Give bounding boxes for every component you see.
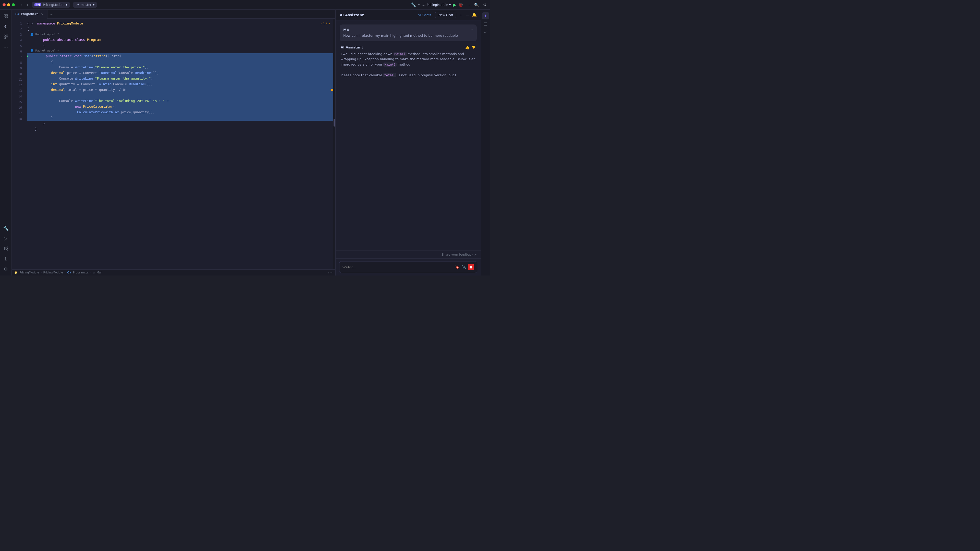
ai-panel: AI Assistant All Chats New Chat ⋯ — 🔔 Me… bbox=[335, 10, 481, 275]
side-icons: ✦ ☰ ✓ bbox=[481, 10, 490, 275]
all-chats-button[interactable]: All Chats bbox=[416, 12, 433, 18]
list-view-icon[interactable]: ☰ bbox=[482, 21, 489, 27]
breadcrumb-module[interactable]: PricingModule bbox=[43, 271, 63, 274]
code-token: ( bbox=[92, 53, 94, 59]
code-content[interactable]: ⚠ 1 ∧ ∨ { } namespace PricingModule { 👤 … bbox=[24, 19, 335, 269]
code-line-7[interactable]: Console.WriteLine("Please enter the pric… bbox=[27, 65, 335, 70]
code-token: (Console. bbox=[117, 70, 135, 76]
code-line-2[interactable]: { bbox=[27, 26, 335, 32]
code-line-12[interactable] bbox=[27, 93, 335, 98]
branch-icon: ⎇ bbox=[76, 3, 79, 6]
svg-point-5 bbox=[5, 27, 6, 28]
breadcrumb-file[interactable]: Program.cs bbox=[73, 271, 89, 274]
search-button[interactable]: 🔍 bbox=[473, 2, 480, 8]
activity-plugins[interactable] bbox=[1, 32, 11, 41]
settings-button[interactable]: ⚙ bbox=[482, 2, 487, 8]
scrollbar-track[interactable] bbox=[333, 19, 335, 269]
forward-button[interactable]: › bbox=[25, 2, 30, 8]
user-message: Me ⋯ How can I refactor my main highligh… bbox=[340, 24, 477, 41]
code-line-13[interactable]: Console.WriteLine("The total including 2… bbox=[27, 98, 335, 104]
breadcrumb-root[interactable]: PricingModule bbox=[19, 271, 39, 274]
branch-selector[interactable]: ⎇ master ▾ bbox=[73, 2, 97, 8]
tab-close-icon[interactable]: × bbox=[41, 12, 44, 16]
ai-message-body: I would suggest breaking down Main() met… bbox=[341, 52, 476, 78]
code-token: namespace bbox=[37, 21, 57, 26]
code-line-1[interactable]: { } namespace PricingModule bbox=[27, 21, 335, 26]
attach-icon-button[interactable]: 📎 bbox=[461, 265, 466, 269]
thumbs-up-button[interactable]: 👍 bbox=[465, 45, 469, 49]
code-line-17[interactable]: } bbox=[27, 121, 335, 126]
traffic-lights bbox=[3, 3, 15, 6]
bookmark-icon-button[interactable]: 🔖 bbox=[455, 265, 460, 269]
code-token: [] args) bbox=[106, 53, 122, 59]
branch-name: master bbox=[81, 3, 91, 6]
warning-badge: ⚠ 1 ∧ ∨ bbox=[321, 21, 331, 26]
feedback-link[interactable]: Share your feedback ↗ bbox=[442, 253, 477, 256]
minimize-button[interactable] bbox=[7, 3, 10, 6]
code-token: ReadLine bbox=[135, 70, 151, 76]
code-token: } bbox=[27, 121, 45, 126]
code-editor: 12345 678910 1112131415 161718 ⚠ 1 ∧ ∨ {… bbox=[12, 19, 335, 269]
thumbs-down-button[interactable]: 👎 bbox=[471, 45, 476, 49]
debug-button[interactable]: 🐞 bbox=[458, 3, 463, 7]
back-button[interactable]: ‹ bbox=[19, 2, 23, 8]
tab-label: Program.cs bbox=[21, 12, 38, 16]
editor-area: C# Program.cs × ⋯ 12345 678910 111213141… bbox=[12, 10, 335, 275]
ai-panel-title: AI Assistant bbox=[340, 13, 416, 17]
run-button[interactable]: ▶ bbox=[453, 2, 456, 8]
code-line-5[interactable]: ▶ public static void Main(string[] args) bbox=[27, 53, 335, 59]
check-icon[interactable]: ✓ bbox=[482, 29, 489, 36]
activity-run[interactable]: ▷ bbox=[1, 233, 11, 243]
project-badge[interactable]: PM PricingModule ▾ bbox=[32, 2, 70, 8]
code-line-15[interactable]: .CalculatePriceWithTax(price,quantity)); bbox=[27, 110, 335, 115]
project-label: ⎇ PricingModule ▾ bbox=[422, 3, 451, 6]
tab-bar: C# Program.cs × ⋯ bbox=[12, 10, 335, 19]
code-line-14[interactable]: new PriceCalculator() bbox=[27, 104, 335, 110]
more-options-icon[interactable]: ⋯ bbox=[458, 13, 463, 17]
code-line-6[interactable]: { bbox=[27, 59, 335, 65]
maximize-button[interactable] bbox=[12, 3, 15, 6]
code-line-18[interactable]: } bbox=[27, 126, 335, 132]
close-button[interactable] bbox=[3, 3, 6, 6]
tab-more-button[interactable]: ⋯ bbox=[48, 12, 56, 17]
svg-rect-10 bbox=[6, 35, 8, 37]
code-token: ); bbox=[145, 65, 149, 70]
ai-assistant-icon[interactable]: ✦ bbox=[482, 12, 489, 19]
chat-input[interactable] bbox=[342, 265, 453, 269]
activity-ui[interactable]: 🖼 bbox=[1, 244, 11, 253]
code-line-9[interactable]: Console.WriteLine("Please enter the quan… bbox=[27, 76, 335, 81]
code-line-16[interactable]: } bbox=[27, 115, 335, 121]
more-options-button[interactable]: ⋯ bbox=[465, 2, 471, 8]
chevron-down-icon: ▾ bbox=[449, 3, 451, 6]
send-button[interactable]: ■ bbox=[468, 264, 474, 270]
code-line-11[interactable]: decimal total = price * quantity / 0; bbox=[27, 87, 335, 93]
code-token: decimal bbox=[51, 87, 65, 93]
new-chat-button[interactable]: New Chat bbox=[435, 12, 456, 18]
code-line-4[interactable]: { bbox=[27, 43, 335, 48]
code-token: ( bbox=[93, 65, 95, 70]
code-line-8[interactable]: decimal price = Convert.ToDecimal(Consol… bbox=[27, 70, 335, 76]
activity-tools[interactable]: 🔧 bbox=[1, 224, 11, 233]
code-token: int bbox=[51, 81, 57, 87]
ai-header-actions: All Chats New Chat ⋯ — 🔔 bbox=[416, 12, 477, 18]
code-line-3[interactable]: public abstract class Program bbox=[27, 37, 335, 43]
activity-bar: ⋯ 🔧 ▷ 🖼 ℹ ⚙ bbox=[0, 10, 12, 275]
activity-vcs[interactable] bbox=[1, 22, 11, 31]
svg-rect-11 bbox=[4, 37, 5, 39]
message-more-button[interactable]: ⋯ bbox=[469, 27, 473, 32]
activity-more[interactable]: ⋯ bbox=[1, 42, 11, 52]
notification-icon[interactable]: 🔔 bbox=[472, 13, 477, 17]
activity-settings[interactable]: ⚙ bbox=[1, 264, 11, 273]
code-line-10[interactable]: int quantity = Convert.ToInt32(Console.R… bbox=[27, 81, 335, 87]
code-token: Console. bbox=[27, 65, 75, 70]
code-token: { bbox=[27, 43, 45, 48]
code-token: Console. bbox=[27, 76, 75, 81]
code-token: PriceCalculator bbox=[83, 104, 113, 110]
activity-info[interactable]: ℹ bbox=[1, 254, 11, 263]
activity-explorer[interactable] bbox=[1, 12, 11, 21]
minimize-icon[interactable]: — bbox=[466, 13, 469, 17]
scrollbar-thumb[interactable] bbox=[334, 119, 335, 127]
ai-message: AI Assistant 👍 👎 I would suggest breakin… bbox=[340, 45, 477, 78]
tab-program-cs[interactable]: C# Program.cs × bbox=[12, 10, 48, 19]
breadcrumb-method[interactable]: Main bbox=[97, 271, 103, 274]
